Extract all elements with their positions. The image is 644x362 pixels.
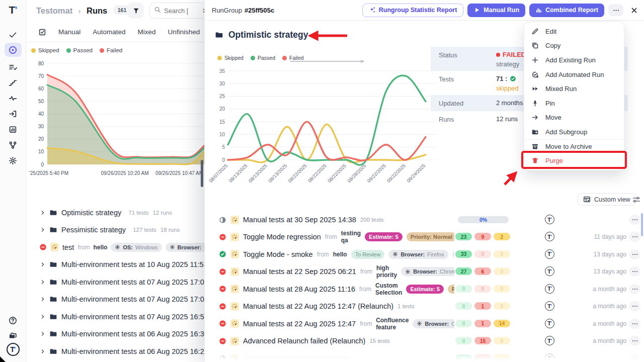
filter-button[interactable] xyxy=(128,3,144,19)
from-source[interactable]: testing qa xyxy=(341,230,361,244)
tree-group-row[interactable]: Pessimistic strategy127 tests18 runs xyxy=(26,222,204,238)
menu-item-edit[interactable]: Edit xyxy=(524,24,624,39)
tree-group-row[interactable]: Multi-environment tests at 07 Aug 2025 1… xyxy=(26,291,204,307)
search-input[interactable] xyxy=(164,7,199,15)
tab-manual[interactable]: Manual xyxy=(58,28,80,36)
run-title[interactable]: Manual tests at 22 Sep 2025 06:21 xyxy=(243,267,356,276)
sidebar-item-folders[interactable] xyxy=(5,328,22,342)
sidebar-item-check[interactable] xyxy=(5,28,22,42)
menu-item-purge[interactable]: Purge xyxy=(524,153,624,168)
run-row[interactable]: Manual tests at 22 Aug 2025 12:47 (Relau… xyxy=(205,298,644,315)
chevron-right-icon-slot[interactable] xyxy=(40,314,45,319)
chevron-right-icon-slot[interactable] xyxy=(40,297,45,302)
tree-group-row[interactable]: Multi-environment tests at 10 Aug 2025 1… xyxy=(26,256,204,273)
combined-report-button[interactable]: Combined Report xyxy=(529,4,604,17)
assignee-avatar[interactable]: T' xyxy=(545,232,554,241)
from-source[interactable]: high priority xyxy=(376,264,397,279)
menu-item-move[interactable]: Move xyxy=(524,111,624,125)
run-row[interactable]: Manual tests at 28 Aug 2025 11:16fromCus… xyxy=(205,281,644,298)
select-all-icon[interactable] xyxy=(38,28,46,36)
menu-item-add-automated-run[interactable]: Add Automated Run xyxy=(524,67,624,82)
tree-group-name[interactable]: Optimistic strategy xyxy=(61,209,121,217)
menu-item-mixed-run[interactable]: Mixed Run xyxy=(524,81,624,96)
menu-item-copy[interactable]: Copy xyxy=(524,39,624,53)
chevron-right-icon-slot[interactable] xyxy=(40,349,45,354)
tab-unfinished[interactable]: Unfinished xyxy=(168,28,200,36)
background-scrollbar[interactable] xyxy=(201,160,203,187)
sidebar-item-logo-circle[interactable]: T' xyxy=(5,342,22,356)
run-row[interactable]: Advanced Relaunch failed (Relaunch)15 te… xyxy=(205,332,644,349)
assignee-avatar[interactable]: T' xyxy=(545,284,554,294)
assignee-avatar[interactable]: T' xyxy=(545,249,554,259)
tab-automated[interactable]: Automated xyxy=(93,28,125,36)
run-title[interactable]: Manual tests at 22 Aug 2025 12:47 xyxy=(243,320,356,328)
tree-run-name[interactable]: test xyxy=(62,243,74,251)
run-row-partial[interactable]: T' xyxy=(205,350,644,362)
chevron-right-icon-slot[interactable] xyxy=(40,331,45,336)
row-more-options-button[interactable] xyxy=(629,249,640,259)
assignee-avatar[interactable]: T' xyxy=(545,215,554,224)
run-title[interactable]: Manual tests at 22 Aug 2025 12:47 (Relau… xyxy=(243,302,393,310)
modal-scrollbar[interactable] xyxy=(641,213,643,236)
menu-item-pin[interactable]: Pin xyxy=(524,96,624,111)
tree-group-row[interactable]: Multi-environment tests at 06 Aug 2025 1… xyxy=(26,326,204,342)
row-more-options-button[interactable] xyxy=(629,336,640,346)
tree-group-name[interactable]: Multi-environment tests at 06 Aug 2025 1… xyxy=(61,347,204,355)
tab-mixed[interactable]: Mixed xyxy=(138,28,156,36)
from-source[interactable]: Custom Selection xyxy=(375,282,402,296)
run-row[interactable]: Manual tests at 22 Aug 2025 12:47fromCon… xyxy=(205,315,644,332)
row-more-options-button[interactable] xyxy=(629,266,640,277)
sidebar-item-branch[interactable] xyxy=(5,138,22,152)
chevron-right-icon-slot[interactable] xyxy=(40,262,45,267)
row-more-options-button[interactable] xyxy=(629,319,640,329)
tree-group-name[interactable]: Multi-environment tests at 06 Aug 2025 1… xyxy=(61,330,204,338)
modal-close-button[interactable] xyxy=(630,7,638,14)
app-logo[interactable]: T' xyxy=(5,3,22,17)
sidebar-item-import[interactable] xyxy=(5,107,22,121)
assignee-avatar[interactable]: T' xyxy=(545,336,554,345)
chevron-right-icon-slot[interactable] xyxy=(40,227,45,232)
row-more-options-button[interactable] xyxy=(629,232,640,242)
tree-group-name[interactable]: Multi-environment tests at 10 Aug 2025 1… xyxy=(61,260,204,268)
sidebar-item-play-circle[interactable] xyxy=(5,43,22,57)
breadcrumb-app[interactable]: Testomat xyxy=(36,6,72,15)
menu-item-move-to-archive[interactable]: Move to Archive xyxy=(524,139,624,154)
sidebar-item-pulse[interactable] xyxy=(5,91,22,105)
legend-item-failed[interactable]: Failed xyxy=(100,47,122,53)
tree-run-row[interactable]: testfromhelloOS:WindowsBrowser:Chrome xyxy=(26,239,204,255)
from-source[interactable]: hello xyxy=(93,244,107,251)
sidebar-item-help[interactable] xyxy=(5,313,22,327)
tree-group-name[interactable]: Multi-environment tests at 07 Aug 2025 1… xyxy=(61,313,204,321)
run-row[interactable]: Manual tests at 30 Sep 2025 14:38200 tes… xyxy=(205,211,644,228)
tree-group-name[interactable]: Multi-environment tests at 07 Aug 2025 1… xyxy=(61,278,204,286)
row-more-options-button[interactable] xyxy=(629,301,640,311)
chevron-right-icon-slot[interactable] xyxy=(40,280,45,285)
from-source[interactable]: hello xyxy=(333,251,347,258)
run-title[interactable]: Manual tests at 28 Aug 2025 11:16 xyxy=(243,285,355,293)
chevron-right-icon-slot[interactable] xyxy=(40,210,45,215)
assignee-avatar[interactable]: T' xyxy=(545,301,554,311)
row-more-options-button[interactable] xyxy=(629,215,640,225)
tree-group-name[interactable]: Pessimistic strategy xyxy=(61,226,126,234)
sidebar-item-gear[interactable] xyxy=(5,153,22,167)
custom-view-button[interactable]: Custom view xyxy=(578,193,636,206)
run-row[interactable]: Manual tests at 22 Sep 2025 06:21fromhig… xyxy=(205,263,644,280)
sidebar-item-list-check[interactable] xyxy=(5,60,22,74)
tree-group-row[interactable]: Multi-environment tests at 07 Aug 2025 1… xyxy=(26,309,204,325)
menu-item-add-subgroup[interactable]: Add Subgroup xyxy=(524,125,624,139)
run-row[interactable]: Toggle Mode regressionfromtesting qaEsti… xyxy=(205,228,644,245)
breadcrumb-page[interactable]: Runs xyxy=(87,6,107,15)
tree-group-row[interactable]: Multi-environment tests at 07 Aug 2025 1… xyxy=(26,274,204,290)
run-row[interactable]: Toggle Mode - smokefromhelloTo ReviewBro… xyxy=(205,246,644,263)
manual-run-button[interactable]: Manual Run xyxy=(467,4,525,17)
legend-item-skipped[interactable]: Skipped xyxy=(31,47,59,53)
legend-item-passed[interactable]: Passed xyxy=(66,47,93,53)
run-title[interactable]: Toggle Mode - smoke xyxy=(243,250,313,258)
tree-group-name[interactable]: Multi-environment tests at 07 Aug 2025 1… xyxy=(61,295,204,303)
modal-more-options-button[interactable] xyxy=(608,4,623,16)
tree-group-row[interactable]: Optimistic strategy71 tests12 runs xyxy=(26,205,204,221)
run-title[interactable]: Advanced Relaunch failed (Relaunch) xyxy=(243,337,365,345)
run-title[interactable]: Manual tests at 30 Sep 2025 14:38 xyxy=(243,216,356,224)
run-title[interactable]: Toggle Mode regression xyxy=(243,233,321,241)
sidebar-item-steps[interactable] xyxy=(5,75,22,89)
